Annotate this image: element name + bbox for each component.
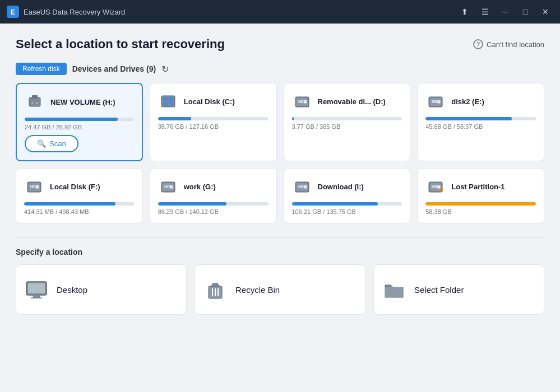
- svg-rect-7: [163, 97, 168, 101]
- drive-size-g: 86.29 GB / 140.12 GB: [158, 208, 269, 215]
- drive-icon-g: HDD: [158, 176, 178, 197]
- svg-rect-39: [31, 297, 42, 298]
- drive-info-f: Local Disk (F:): [50, 183, 135, 191]
- drive-bar-lost: [425, 202, 536, 206]
- drive-bar-d: [292, 117, 402, 120]
- app-logo: E: [7, 6, 19, 18]
- drive-name-e: disk2 (E:): [451, 97, 536, 106]
- drive-info-h: NEW VOLUME (H:): [50, 98, 134, 106]
- drive-card-header: Local Disk (C:): [158, 91, 269, 111]
- drive-size-i: 106.21 GB / 135.75 GB: [292, 208, 402, 215]
- drive-icon-e: HDD: [425, 91, 446, 111]
- scan-button[interactable]: 🔍 Scan: [25, 135, 78, 152]
- drive-bar-fill-e: [425, 117, 511, 120]
- location-label-desktop: Desktop: [57, 285, 87, 295]
- drive-icon-lost: HDD: [425, 176, 446, 197]
- location-card-recycle[interactable]: Recycle Bin: [195, 264, 365, 315]
- question-icon: ?: [473, 39, 483, 49]
- drive-icon-i: HDD: [292, 176, 312, 197]
- drive-card-e[interactable]: HDD disk2 (E:) 45.88 GB / 58.37 GB: [417, 83, 544, 161]
- upload-button[interactable]: ⬆: [457, 4, 473, 20]
- drive-bar-fill-f: [24, 202, 115, 206]
- drive-bar-g: [158, 202, 269, 206]
- drive-name-i: Download (I:): [318, 183, 402, 191]
- drive-name-d: Removable di... (D:): [318, 97, 402, 106]
- svg-text:HDD: HDD: [30, 185, 39, 189]
- drive-card-c[interactable]: Local Disk (C:) 38.76 GB / 127.16 GB: [150, 83, 277, 161]
- svg-rect-37: [28, 283, 45, 293]
- scroll-area[interactable]: Refresh disk Devices and Drives (9) ↻ NE…: [0, 60, 560, 392]
- drive-card-i[interactable]: HDD Download (I:) 106.21 GB / 135.75 GB: [284, 168, 411, 223]
- drive-name-lost: Lost Partition-1: [451, 183, 536, 191]
- drive-bar-i: [292, 202, 402, 206]
- cant-find-label: Can't find location: [487, 40, 544, 49]
- drive-card-lost[interactable]: HDD Lost Partition-1 58.38 GB: [417, 168, 544, 223]
- drive-size-lost: 58.38 GB: [425, 208, 536, 215]
- minimize-button[interactable]: ─: [497, 4, 513, 20]
- drives-grid: NEW VOLUME (H:) 24.47 GB / 28.92 GB 🔍 Sc…: [16, 83, 544, 223]
- drive-card-h[interactable]: NEW VOLUME (H:) 24.47 GB / 28.92 GB 🔍 Sc…: [16, 83, 143, 161]
- location-icon-desktop: [24, 277, 49, 302]
- refresh-disk-button[interactable]: Refresh disk: [16, 63, 67, 75]
- drive-info-e: disk2 (E:): [451, 97, 536, 106]
- location-card-desktop[interactable]: Desktop: [16, 264, 187, 315]
- svg-rect-2: [29, 97, 40, 106]
- drive-info-lost: Lost Partition-1: [451, 183, 536, 191]
- maximize-button[interactable]: □: [517, 4, 533, 20]
- drive-name-c: Local Disk (C:): [184, 97, 269, 106]
- location-label-folder: Select Folder: [414, 285, 464, 295]
- page-header: Select a location to start recovering ? …: [0, 24, 560, 60]
- title-bar: E EaseUS Data Recovery Wizard ⬆ ☰ ─ □ ✕: [0, 0, 560, 24]
- close-button[interactable]: ✕: [538, 4, 553, 20]
- drive-info-d: Removable di... (D:): [318, 97, 402, 106]
- location-icon-folder: [382, 277, 406, 302]
- menu-button[interactable]: ☰: [477, 4, 493, 20]
- refresh-icon-button[interactable]: ↻: [161, 64, 169, 74]
- drive-bar-fill-d: [292, 117, 294, 120]
- drive-name-g: work (G:): [184, 183, 269, 191]
- drive-name-h: NEW VOLUME (H:): [50, 98, 134, 106]
- drive-info-i: Download (I:): [318, 183, 402, 191]
- drive-size-e: 45.88 GB / 58.37 GB: [425, 123, 536, 130]
- drive-size-f: 414.31 MB / 498.43 MB: [24, 208, 135, 215]
- svg-rect-8: [169, 97, 173, 101]
- app-title: EaseUS Data Recovery Wizard: [24, 8, 457, 16]
- svg-point-4: [31, 102, 34, 104]
- drive-size-d: 3.77 GB / 385 GB: [292, 123, 402, 130]
- drive-info-c: Local Disk (C:): [184, 97, 269, 106]
- drive-bar-fill-h: [25, 118, 118, 121]
- svg-rect-10: [169, 102, 173, 105]
- svg-rect-44: [385, 287, 403, 297]
- drive-bar-c: [158, 117, 269, 120]
- svg-rect-9: [163, 102, 168, 105]
- drive-card-d[interactable]: HDD Removable di... (D:) 3.77 GB / 385 G…: [284, 83, 411, 161]
- svg-text:HDD: HDD: [164, 185, 173, 189]
- svg-text:HDD: HDD: [432, 185, 440, 189]
- drive-bar-fill-lost: [425, 202, 536, 206]
- drive-card-f[interactable]: HDD Local Disk (F:) 414.31 MB / 498.43 M…: [16, 168, 143, 223]
- drive-size-h: 24.47 GB / 28.92 GB: [25, 124, 134, 130]
- drive-bar-e: [425, 117, 536, 120]
- drive-size-c: 38.76 GB / 127.16 GB: [158, 123, 269, 130]
- window-controls: ⬆ ☰ ─ □ ✕: [457, 4, 553, 20]
- scan-label: Scan: [49, 139, 66, 148]
- drive-icon-d: HDD: [292, 91, 312, 111]
- section-divider: [16, 237, 544, 237]
- drive-bar-fill-c: [158, 117, 191, 120]
- drive-info-g: work (G:): [184, 183, 269, 191]
- drive-card-header: HDD Lost Partition-1: [425, 176, 536, 197]
- drive-card-g[interactable]: HDD work (G:) 86.29 GB / 140.12 GB: [150, 168, 277, 223]
- drive-bar-fill-i: [292, 202, 378, 206]
- svg-point-5: [36, 102, 38, 104]
- scan-icon: 🔍: [37, 139, 46, 148]
- cant-find-button[interactable]: ? Can't find location: [473, 39, 544, 49]
- drive-card-header: HDD Download (I:): [292, 176, 402, 197]
- svg-point-35: [439, 189, 443, 192]
- svg-rect-3: [32, 95, 38, 99]
- drive-name-f: Local Disk (F:): [50, 183, 135, 191]
- svg-rect-38: [33, 295, 40, 297]
- drive-bar-f: [24, 202, 135, 206]
- drive-bar-h: [25, 118, 134, 121]
- drive-card-header: NEW VOLUME (H:): [25, 92, 134, 112]
- location-card-folder[interactable]: Select Folder: [373, 264, 544, 315]
